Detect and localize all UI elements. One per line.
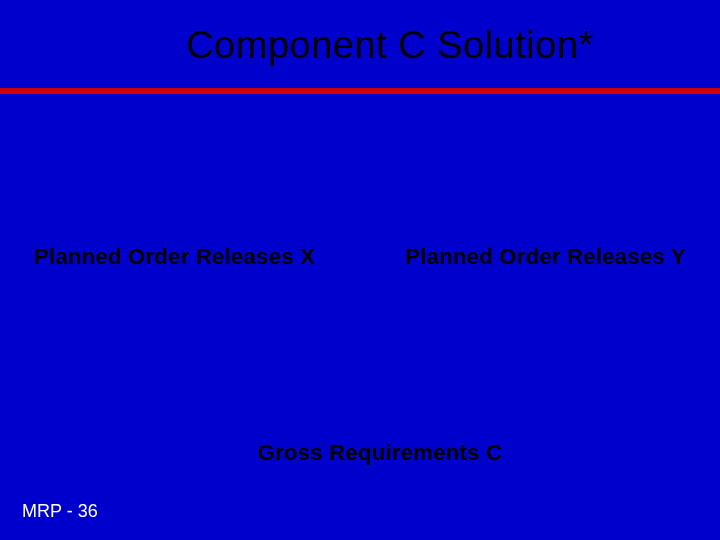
title-underline [0,88,720,94]
mid-row: Planned Order Releases X Planned Order R… [0,244,720,270]
slide-title: Component C Solution* [0,0,720,67]
gross-requirements-c-label: Gross Requirements C [0,440,720,466]
planned-order-releases-y-label: Planned Order Releases Y [405,244,686,270]
slide-footer: MRP - 36 [22,501,98,522]
planned-order-releases-x-label: Planned Order Releases X [34,244,315,270]
